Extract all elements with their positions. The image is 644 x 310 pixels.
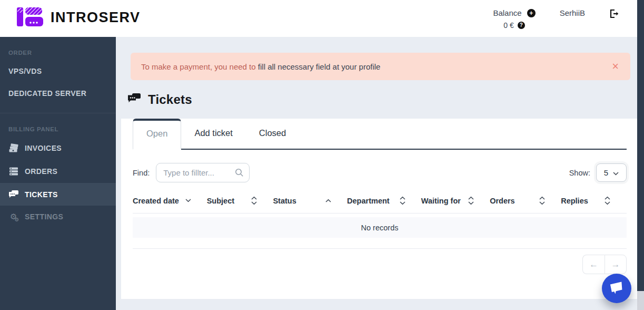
column-header-department[interactable]: Department (347, 196, 421, 205)
banknotes-icon (8, 143, 19, 153)
tab-add-ticket[interactable]: Add ticket (181, 119, 245, 149)
sidebar-item-settings[interactable]: ⚙⚙ SETTINGS (0, 206, 116, 228)
column-label: Waiting for (421, 197, 461, 205)
server-icon (8, 167, 19, 176)
sidebar-item-label: INVOICES (25, 144, 62, 152)
payment-warning-banner: To make a payment, you need to fill all … (131, 53, 630, 80)
column-header-replies[interactable]: Replies (561, 196, 626, 205)
balance-block: Balance + 0 € ? (493, 8, 535, 30)
chat-bubble-icon (8, 190, 19, 199)
close-icon[interactable]: × (611, 61, 620, 72)
sidebar-item-invoices[interactable]: INVOICES (0, 137, 116, 160)
sort-both-icon (400, 196, 405, 205)
top-header: INTROSERV Balance + 0 € ? SerhiiB (0, 0, 637, 37)
show-select[interactable]: 5 (596, 163, 627, 182)
tab-closed[interactable]: Closed (246, 119, 299, 149)
balance-help-icon[interactable]: ? (518, 22, 525, 29)
sidebar-item-label: SETTINGS (25, 212, 63, 221)
sidebar: ORDER VPS/VDS DEDICATED SERVER BILLING P… (0, 37, 116, 310)
sidebar-item-dedicated-server[interactable]: DEDICATED SERVER (0, 82, 116, 104)
column-header-waiting-for[interactable]: Waiting for (421, 196, 490, 205)
column-label: Created date (133, 197, 179, 205)
no-records-text: No records (361, 224, 399, 232)
live-chat-button[interactable] (602, 274, 631, 303)
balance-amount: 0 € (503, 21, 513, 30)
sort-both-icon (468, 196, 474, 205)
find-label: Find: (133, 169, 150, 177)
column-header-created-date[interactable]: Created date (133, 196, 207, 205)
sidebar-section-order: ORDER (0, 41, 116, 60)
column-label: Orders (490, 197, 515, 205)
column-label: Subject (207, 197, 234, 205)
tickets-title-icon (127, 93, 141, 106)
sort-both-icon (251, 196, 257, 205)
banner-text-plain: To make a payment, you need to (141, 62, 258, 71)
tickets-card: Open Add ticket Closed Find: Show: 5 (121, 119, 637, 299)
username[interactable]: SerhiiB (560, 8, 585, 17)
scrollbar-thumb[interactable] (637, 291, 644, 310)
logout-icon[interactable] (609, 9, 619, 21)
column-label: Department (347, 197, 390, 205)
scrollbar-track[interactable] (637, 0, 644, 310)
empty-table-row: No records (133, 217, 627, 238)
column-header-orders[interactable]: Orders (490, 196, 561, 205)
table-bottom-divider (133, 248, 627, 249)
sidebar-item-label: ORDERS (25, 167, 57, 176)
search-icon (235, 168, 244, 179)
previous-page-button[interactable]: ← (582, 255, 605, 274)
banner-text: To make a payment, you need to fill all … (141, 62, 380, 71)
sidebar-item-vps-vds[interactable]: VPS/VDS (0, 60, 116, 82)
sidebar-item-label: VPS/VDS (8, 67, 42, 75)
tab-open[interactable]: Open (133, 119, 181, 150)
filter-row: Find: Show: 5 (133, 163, 627, 182)
sort-asc-icon (325, 199, 331, 202)
gears-icon: ⚙⚙ (8, 212, 19, 221)
chevron-down-icon (613, 168, 619, 177)
balance-label: Balance (493, 8, 521, 17)
sidebar-item-tickets[interactable]: TICKETS (0, 183, 116, 206)
sidebar-section-billing-panel: BILLING PANEL (0, 118, 116, 137)
column-label: Status (273, 197, 296, 205)
sort-desc-icon (185, 199, 191, 202)
sidebar-item-orders[interactable]: ORDERS (0, 160, 116, 183)
sidebar-item-label: TICKETS (25, 190, 58, 199)
brand-logo[interactable]: INTROSERV (16, 5, 141, 30)
column-header-subject[interactable]: Subject (207, 196, 273, 205)
chat-bubble-icon (608, 280, 625, 296)
add-funds-icon[interactable]: + (527, 9, 536, 17)
sort-both-icon (539, 196, 545, 205)
page-title: Tickets (148, 92, 192, 107)
next-page-button[interactable]: → (605, 255, 627, 274)
column-header-status[interactable]: Status (273, 196, 347, 205)
sort-both-icon (605, 196, 610, 205)
sidebar-item-label: DEDICATED SERVER (8, 89, 86, 98)
show-select-value: 5 (604, 168, 608, 177)
banner-profile-link[interactable]: fill all necessary field at your profile (258, 62, 381, 71)
pagination: ← → (133, 255, 627, 274)
table-header-row: Created date Subject Status Departme (133, 196, 627, 214)
brand-title: INTROSERV (51, 9, 141, 26)
column-label: Replies (561, 197, 588, 205)
tabs-bar: Open Add ticket Closed (133, 119, 627, 150)
main-content: To make a payment, you need to fill all … (116, 37, 637, 310)
show-label: Show: (569, 169, 590, 177)
introserv-logo-icon (16, 5, 43, 30)
page-title-row: Tickets (127, 91, 637, 109)
